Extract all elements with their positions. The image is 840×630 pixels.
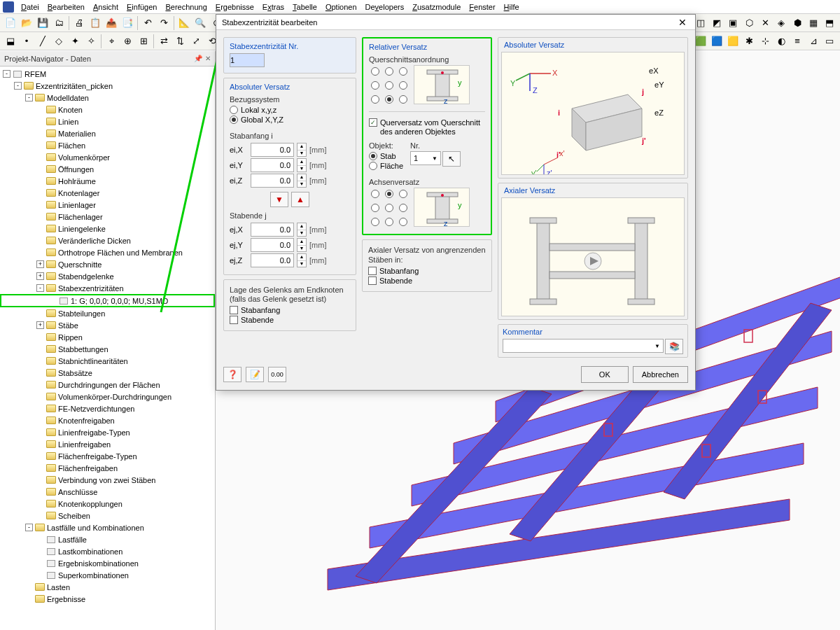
rt-icon-4[interactable]: ⬡ [741, 15, 757, 31]
rt-icon-5[interactable]: ✕ [757, 15, 773, 31]
undo-icon[interactable]: ↶ [140, 15, 155, 31]
ok-button[interactable]: OK [581, 366, 629, 383]
tb2-7[interactable]: ⌖ [104, 34, 119, 49]
tree-item[interactable]: Flächenfreigaben [0, 462, 215, 474]
check-axial-i[interactable]: Stabanfang [368, 266, 486, 276]
menu-tabelle[interactable]: Tabelle [288, 1, 321, 13]
tb2-4[interactable]: ◇ [51, 34, 66, 49]
rt-icon-3[interactable]: ▣ [725, 15, 741, 31]
nav-tree[interactable]: -RFEM-Exzentrizitäten_picken-Modelldaten… [0, 66, 215, 630]
tree-item[interactable]: Rippen [0, 331, 215, 343]
tb2-2[interactable]: • [19, 34, 34, 49]
tree-item[interactable]: Flächenfreigabe-Typen [0, 450, 215, 462]
tree-item[interactable]: Stabbettungen [0, 343, 215, 355]
tree-item[interactable]: Verbindung von zwei Stäben [0, 474, 215, 486]
dialog-close-icon[interactable]: ✕ [676, 17, 690, 28]
copy-down-icon[interactable]: ▼ [270, 192, 288, 207]
preview-icon[interactable]: 📑 [120, 15, 135, 31]
copy-up-icon[interactable]: ▲ [291, 192, 309, 207]
tb2-12[interactable]: ⤢ [188, 34, 204, 49]
tree-item[interactable]: Scheiben [0, 510, 215, 522]
saveall-icon[interactable]: 🗂 [51, 15, 66, 31]
cancel-button[interactable]: Abbrechen [633, 366, 688, 383]
rt2-3[interactable]: 🟨 [725, 34, 741, 49]
tree-item[interactable]: Superkombinationen [0, 569, 215, 581]
radio-global[interactable]: Global X,Y,Z [230, 115, 350, 125]
tree-item[interactable]: Volumenkörper-Durchdringungen [0, 391, 215, 402]
ejx-input[interactable] [251, 223, 294, 237]
open-icon[interactable]: 📂 [19, 15, 34, 31]
measure-icon[interactable]: 📐 [176, 15, 192, 31]
details-icon[interactable]: 📝 [246, 367, 264, 382]
eiz-input[interactable] [251, 174, 294, 188]
menu-developers[interactable]: Developers [361, 1, 409, 13]
tree-item[interactable]: Linien [0, 115, 215, 127]
ejy-input[interactable] [251, 238, 294, 252]
radio-local[interactable]: Lokal x,y,z [230, 105, 350, 115]
pin-icon[interactable]: 📌 [194, 55, 202, 62]
close-icon[interactable]: ✕ [205, 55, 211, 62]
tree-item[interactable]: Volumenkörper [0, 151, 215, 163]
rt-icon-6[interactable]: ◈ [774, 15, 789, 31]
tree-item[interactable]: Linienfreigaben [0, 438, 215, 450]
radio-flaeche[interactable]: Fläche [369, 161, 403, 171]
tree-item[interactable]: 1: G; 0,0,0; 0,0,0; MU,S1MO [0, 294, 215, 307]
tree-item[interactable]: Anschlüsse [0, 486, 215, 498]
menu-bearbeiten[interactable]: Bearbeiten [43, 1, 89, 13]
comment-lib-icon[interactable]: 📚 [665, 339, 683, 354]
ejx-spinner[interactable]: ▲▼ [297, 223, 307, 237]
tree-twisty-icon[interactable]: - [36, 284, 44, 292]
comment-dropdown[interactable]: ▼ [503, 339, 664, 353]
eiy-spinner[interactable]: ▲▼ [297, 158, 307, 172]
tree-item[interactable]: Liniengelenke [0, 223, 215, 234]
tree-item[interactable]: -Exzentrizitäten_picken [0, 80, 215, 92]
tb2-1[interactable]: ⬓ [3, 34, 18, 49]
axis-offset-grid[interactable] [369, 188, 410, 228]
tree-twisty-icon[interactable]: - [25, 94, 33, 102]
menu-berechnung[interactable]: Berechnung [161, 1, 211, 13]
tree-item[interactable]: Materialien [0, 127, 215, 139]
tree-item[interactable]: -Modelldaten [0, 92, 215, 104]
rt2-4[interactable]: ✱ [741, 34, 757, 49]
tree-item[interactable]: Lastkombinationen [0, 545, 215, 557]
save-icon[interactable]: 💾 [35, 15, 50, 31]
pick-object-icon[interactable]: ↖ [442, 151, 461, 167]
object-nr-dropdown[interactable]: 1▼ [410, 151, 441, 165]
eiz-spinner[interactable]: ▲▼ [297, 174, 307, 188]
radio-stab[interactable]: Stab [369, 151, 403, 161]
check-axial-j[interactable]: Stabende [368, 276, 486, 286]
tree-item[interactable]: Ergebnisse [0, 593, 215, 605]
tree-item[interactable]: Knotenlager [0, 187, 215, 199]
tree-item[interactable]: Durchdringungen der Flächen [0, 379, 215, 391]
print-icon[interactable]: 🖨 [71, 15, 87, 31]
dialog-titlebar[interactable]: Stabexzentrizität bearbeiten ✕ [216, 15, 695, 30]
tb2-10[interactable]: ⇄ [156, 34, 172, 49]
tree-item[interactable]: Orthotrope Flächen und Membranen [0, 246, 215, 258]
menu-optionen[interactable]: Optionen [321, 1, 361, 13]
menu-datei[interactable]: Datei [17, 1, 43, 13]
menu-hilfe[interactable]: Hilfe [500, 1, 524, 13]
nr-input[interactable] [230, 53, 265, 67]
rt2-2[interactable]: 🟦 [709, 34, 724, 49]
rt2-7[interactable]: ≡ [790, 34, 805, 49]
units-icon[interactable]: 0.00 [268, 367, 286, 382]
rt2-8[interactable]: ⊿ [806, 34, 821, 49]
tree-twisty-icon[interactable]: + [36, 272, 44, 280]
menu-fenster[interactable]: Fenster [465, 1, 499, 13]
tree-item[interactable]: +Stäbe [0, 319, 215, 331]
tree-item[interactable]: Stabsätze [0, 367, 215, 379]
tree-item[interactable]: Stabteilungen [0, 307, 215, 319]
tree-item[interactable]: +Stabendgelenke [0, 270, 215, 282]
tb2-9[interactable]: ⊞ [136, 34, 151, 49]
tb2-11[interactable]: ⇅ [172, 34, 188, 49]
tree-item[interactable]: Linienfreigabe-Typen [0, 426, 215, 438]
tree-twisty-icon[interactable]: - [3, 70, 10, 78]
tree-item[interactable]: +Querschnitte [0, 258, 215, 270]
tree-item[interactable]: Knotenkopplungen [0, 498, 215, 510]
check-transverse[interactable]: Querversatz vom Querschnitt des anderen … [369, 118, 485, 137]
tree-item[interactable]: Hohlräume [0, 175, 215, 187]
redo-icon[interactable]: ↷ [156, 15, 172, 31]
menu-zusatz[interactable]: Zusatzmodule [408, 1, 465, 13]
tree-item[interactable]: Knotenfreigaben [0, 414, 215, 426]
ejy-spinner[interactable]: ▲▼ [297, 238, 307, 252]
